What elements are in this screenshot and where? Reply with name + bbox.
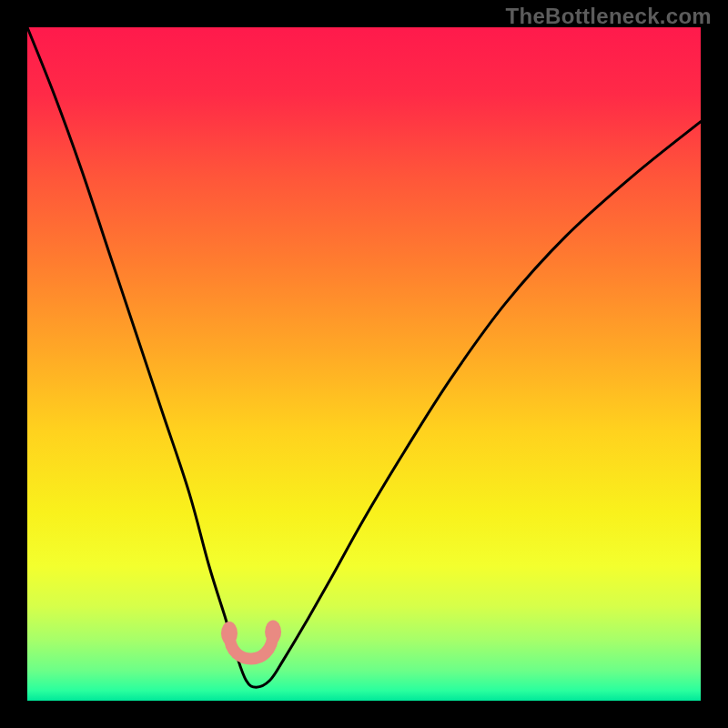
gradient-background (27, 27, 701, 701)
marker-dot (221, 622, 238, 645)
marker-dot (265, 621, 281, 644)
plot-area (27, 27, 701, 701)
watermark-text: TheBottleneck.com (506, 4, 712, 29)
chart-svg (27, 27, 701, 701)
chart-frame: TheBottleneck.com (0, 0, 728, 728)
